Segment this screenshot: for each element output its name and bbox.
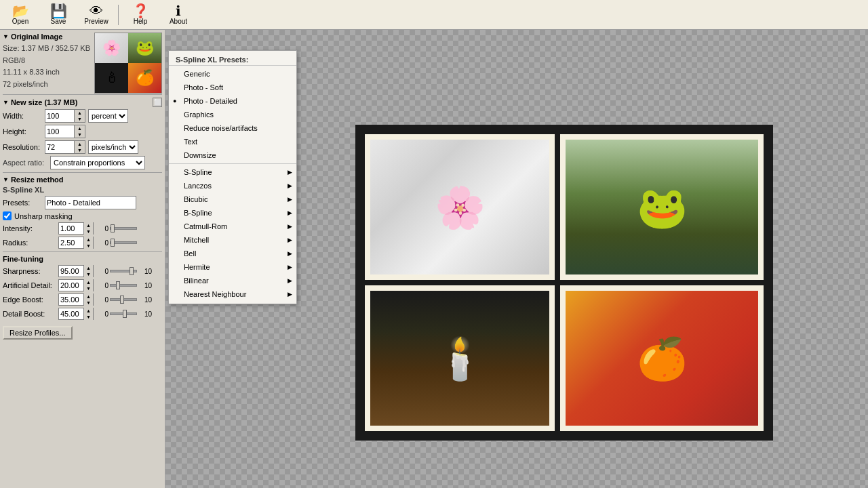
sharpness-slider-container: 0 10: [95, 268, 152, 275]
open-button[interactable]: 📂 Open: [3, 2, 38, 28]
menu-photo-detailed[interactable]: Photo - Detailed: [169, 94, 296, 108]
menu-bilinear[interactable]: Bilinear: [169, 274, 296, 287]
menu-b-spline[interactable]: B-Spline: [169, 206, 296, 220]
preset-input[interactable]: [45, 196, 136, 209]
new-size-header[interactable]: ▼ New size (1.37 MB) ⬜: [3, 98, 162, 107]
save-button[interactable]: 💾 Save: [41, 2, 76, 28]
art-detail-down[interactable]: ▼: [83, 285, 93, 291]
resolution-up-button[interactable]: ▲: [74, 141, 85, 147]
art-detail-slider-track[interactable]: [110, 284, 137, 287]
edge-boost-spinbox[interactable]: ▲ ▼: [58, 293, 94, 306]
resolution-down-button[interactable]: ▼: [74, 147, 85, 153]
radius-slider-thumb[interactable]: [111, 239, 115, 247]
menu-generic[interactable]: Generic: [169, 67, 296, 81]
constrain-select[interactable]: Constrain proportions: [50, 156, 145, 169]
resize-profiles-button[interactable]: Resize Profiles...: [3, 326, 73, 340]
sharpness-down[interactable]: ▼: [83, 271, 93, 277]
detail-boost-zero: 0: [95, 310, 108, 318]
menu-nearest-neighbour[interactable]: Nearest Neighbour: [169, 287, 296, 301]
art-detail-spinbox[interactable]: ▲ ▼: [58, 279, 94, 291]
res-unit-select[interactable]: pixels/inch pixels/cm: [88, 140, 138, 154]
edge-boost-input[interactable]: [59, 295, 83, 304]
resize-method-header[interactable]: ▼ Resize method: [3, 176, 162, 184]
radius-slider-track[interactable]: [110, 241, 137, 244]
intensity-slider-track[interactable]: [110, 227, 137, 230]
resolution-spinbox[interactable]: ▲ ▼: [45, 140, 85, 154]
art-detail-up[interactable]: ▲: [83, 279, 93, 285]
intensity-label: Intensity:: [3, 224, 58, 232]
radius-up[interactable]: ▲: [83, 237, 93, 243]
radius-input[interactable]: [59, 238, 83, 247]
original-image-header[interactable]: ▼ Original Image: [3, 33, 94, 41]
intensity-down[interactable]: ▼: [83, 228, 93, 235]
edge-boost-down[interactable]: ▼: [83, 300, 93, 306]
unsharp-checkbox[interactable]: [3, 211, 12, 220]
new-size-label: New size (1.37 MB): [11, 98, 77, 106]
menu-mitchell[interactable]: Mitchell: [169, 233, 296, 247]
menu-bell[interactable]: Bell: [169, 247, 296, 260]
height-spinbox-buttons: ▲ ▼: [74, 125, 85, 138]
menu-graphics[interactable]: Graphics: [169, 108, 296, 121]
edge-boost-up[interactable]: ▲: [83, 293, 93, 300]
height-down-button[interactable]: ▼: [74, 131, 85, 138]
resolution-input[interactable]: [45, 142, 74, 152]
detail-boost-down[interactable]: ▼: [83, 314, 93, 320]
detail-boost-slider-thumb[interactable]: [123, 310, 127, 318]
preview-button[interactable]: 👁 Preview: [79, 2, 114, 28]
about-button[interactable]: ℹ About: [161, 2, 196, 28]
unsharp-row: Unsharp masking: [3, 211, 162, 220]
detail-boost-spinbox[interactable]: ▲ ▼: [58, 308, 94, 320]
height-input[interactable]: [45, 127, 74, 136]
resolution-row: Resolution: ▲ ▼ pixels/inch pixels/cm: [3, 140, 162, 154]
unit-select[interactable]: percent pixels inches cm: [88, 109, 128, 123]
resolution-value: 72 pixels/inch: [3, 80, 48, 88]
save-icon: 💾: [50, 4, 67, 18]
sharpness-up[interactable]: ▲: [83, 265, 93, 271]
radius-spinbox[interactable]: ▲ ▼: [58, 237, 94, 249]
intensity-input[interactable]: [59, 224, 83, 233]
detail-boost-slider-track[interactable]: [110, 312, 137, 315]
save-label: Save: [51, 18, 66, 25]
sharpness-spinbox[interactable]: ▲ ▼: [58, 265, 94, 277]
menu-lanczos[interactable]: Lanczos: [169, 179, 296, 192]
detail-boost-up[interactable]: ▲: [83, 308, 93, 314]
width-up-button[interactable]: ▲: [74, 110, 85, 116]
canvas-area[interactable]: S-Spline XL Presets: Generic Photo - Sof…: [165, 30, 868, 488]
menu-reduce-noise[interactable]: Reduce noise/artifacts: [169, 121, 296, 135]
radius-down[interactable]: ▼: [83, 243, 93, 249]
menu-bicubic[interactable]: Bicubic: [169, 192, 296, 206]
menu-photo-soft[interactable]: Photo - Soft: [169, 81, 296, 94]
intensity-spinbox[interactable]: ▲ ▼: [58, 222, 94, 235]
height-spinbox[interactable]: ▲ ▼: [45, 125, 85, 138]
menu-text[interactable]: Text: [169, 135, 296, 148]
help-button[interactable]: ❓ Help: [123, 2, 158, 28]
fine-tuning-label: Fine-tuning: [3, 255, 43, 263]
collapse-icon-3: ▼: [3, 176, 9, 183]
edge-boost-slider-track[interactable]: [110, 298, 137, 301]
width-down-button[interactable]: ▼: [74, 116, 85, 122]
width-spinbox[interactable]: ▲ ▼: [45, 109, 85, 123]
method-name: S-Spline XL: [3, 186, 44, 194]
sharpness-input[interactable]: [59, 266, 83, 276]
art-detail-slider-thumb[interactable]: [116, 281, 120, 289]
height-up-button[interactable]: ▲: [74, 125, 85, 131]
menu-downsize[interactable]: Downsize: [169, 148, 296, 162]
photo-fruits: [560, 285, 764, 431]
menu-catmull-rom[interactable]: Catmull-Rom: [169, 220, 296, 233]
preview-icon: 👁: [90, 4, 103, 18]
radius-slider-container: 0: [95, 239, 137, 247]
sharpness-slider-track[interactable]: [110, 270, 137, 272]
width-spinbox-buttons: ▲ ▼: [74, 110, 85, 122]
intensity-slider-thumb[interactable]: [111, 224, 115, 232]
width-input[interactable]: [45, 111, 74, 121]
size-value: 1.37 MB / 352.57 KB: [22, 44, 91, 52]
detail-boost-input[interactable]: [59, 309, 83, 319]
edge-boost-slider-thumb[interactable]: [120, 296, 124, 304]
fine-tuning-header[interactable]: Fine-tuning: [3, 255, 162, 263]
left-panel: 🌸 🐸 🕯 🍊 ▼ Original Image Size: 1.37 MB /…: [0, 30, 165, 488]
menu-hermite[interactable]: Hermite: [169, 260, 296, 274]
intensity-up[interactable]: ▲: [83, 222, 93, 228]
menu-s-spline[interactable]: S-Spline: [169, 165, 296, 179]
art-detail-input[interactable]: [59, 281, 83, 290]
sharpness-slider-thumb[interactable]: [130, 267, 134, 275]
